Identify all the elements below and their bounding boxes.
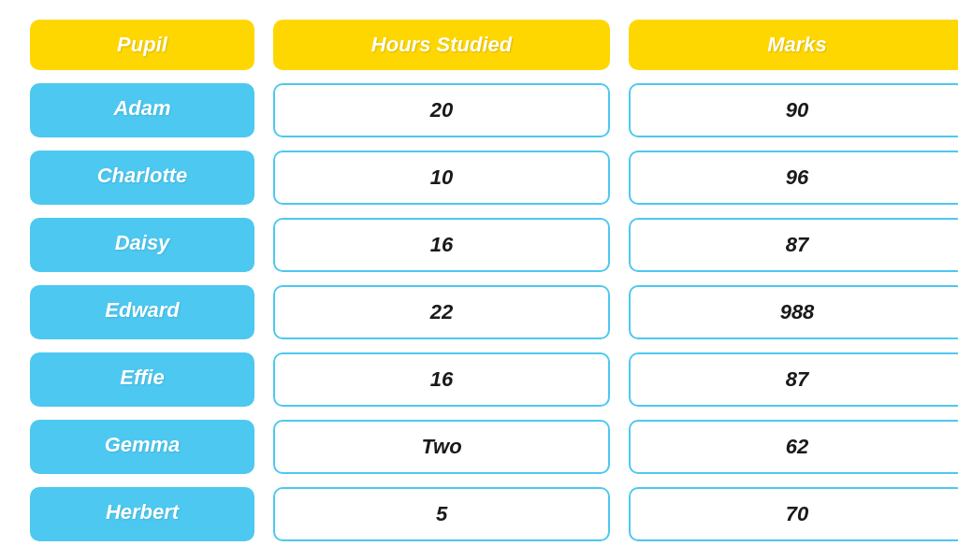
row-1-hours: 10 — [273, 151, 610, 205]
row-0-marks: 90 — [629, 83, 958, 137]
row-5-pupil: Gemma — [30, 420, 254, 474]
row-3-hours: 22 — [273, 285, 610, 339]
row-4-pupil: Effie — [30, 352, 254, 407]
header-hours: Hours Studied — [273, 20, 610, 70]
row-3-marks: 988 — [629, 285, 958, 339]
table-grid: Pupil Hours Studied Marks Adam2090Charlo… — [30, 20, 928, 541]
row-6-pupil: Herbert — [30, 487, 254, 541]
row-2-pupil: Daisy — [30, 218, 254, 272]
row-3-pupil: Edward — [30, 285, 254, 339]
row-2-marks: 87 — [629, 218, 958, 272]
main-table: Pupil Hours Studied Marks Adam2090Charlo… — [30, 5, 928, 556]
row-1-pupil: Charlotte — [30, 151, 254, 205]
header-marks: Marks — [629, 20, 958, 70]
row-1-marks: 96 — [629, 151, 958, 205]
row-6-hours: 5 — [273, 487, 610, 541]
row-5-hours: Two — [273, 420, 610, 474]
row-2-hours: 16 — [273, 218, 610, 272]
header-pupil: Pupil — [30, 20, 254, 70]
row-6-marks: 70 — [629, 487, 958, 541]
row-4-hours: 16 — [273, 352, 610, 407]
row-0-pupil: Adam — [30, 83, 254, 137]
row-4-marks: 87 — [629, 352, 958, 407]
row-0-hours: 20 — [273, 83, 610, 137]
row-5-marks: 62 — [629, 420, 958, 474]
